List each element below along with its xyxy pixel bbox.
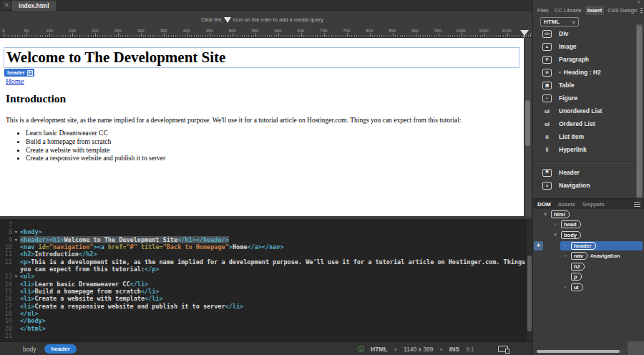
panel-tab-files[interactable]: Files [535,6,551,15]
dom-scrollbar-thumb[interactable] [537,350,620,353]
insert-item-navigation[interactable]: ≡Navigation [533,179,636,192]
insert-item-table[interactable]: ▦Table [533,79,636,92]
dom-tag-pill[interactable]: p [571,273,582,281]
dom-expand-icon[interactable]: › [552,222,558,227]
panel-tab-cc-librarie[interactable]: CC Librarie [552,6,584,15]
insert-item-figure[interactable]: ▪Figure [533,92,636,104]
dom-tag-pill[interactable]: html [551,210,570,218]
media-query-marker-icon[interactable] [520,30,529,36]
design-scrollbar[interactable] [524,38,531,216]
list-item[interactable]: Create a website with template [26,147,165,155]
dom-node-ul[interactable]: ›ul [533,282,644,293]
code-line[interactable]: 12<p>This is a development site, as the … [0,258,527,266]
code-line-content: you can expect from this tutorial:</p> [20,266,159,273]
dom-node-h2[interactable]: h2 [533,261,644,272]
insert-item-paragraph[interactable]: PParagraph [533,53,636,66]
code-line[interactable]: 8▼<body> [0,228,527,235]
home-link[interactable]: Home [6,77,24,85]
panel-menu-icon[interactable] [640,8,643,13]
code-line[interactable]: 10<nav id="navigation"><a href="#" title… [0,243,527,251]
dom-add-element-button[interactable]: + [534,241,543,251]
viewport-size-caret-icon[interactable]: ∨ [439,346,442,351]
insert-category-caret-icon: ∨ [572,19,575,24]
code-line[interactable]: 16<li>Create a website with template</li… [0,295,527,302]
dom-tag-pill[interactable]: header [571,242,596,250]
design-scrollbar-thumb[interactable] [525,100,530,146]
insert-item-header[interactable]: ▀Header [533,166,636,179]
dom-tab-snippets[interactable]: Snippets [582,201,605,208]
code-scrollbar[interactable] [527,219,532,341]
tag-badge-add-icon[interactable]: + [27,70,33,76]
code-line[interactable]: 9▼<header><h1>Welcome to The Development… [0,236,527,243]
dom-expand-icon[interactable]: › [562,253,568,258]
code-line[interactable]: 15<li>Build a homepage from scratch</li> [0,288,527,295]
code-line[interactable]: 21 [0,332,527,339]
dom-panel-menu-icon[interactable] [634,202,640,207]
list-item[interactable]: Build a homepage from scratch [26,138,165,147]
code-line[interactable]: 11<h2>Introduction</h2> [0,251,527,258]
dom-node-html[interactable]: ∨html [533,209,644,220]
code-scrollbar-thumb[interactable] [527,256,532,331]
document-tab[interactable]: index.html [12,1,56,11]
insert-item-div[interactable]: </>Div [533,27,636,40]
code-line[interactable]: 13▼<ul> [0,273,527,280]
dom-node-head[interactable]: ›head [533,220,644,230]
list-item[interactable]: Learn basic Dreamweaver CC [26,130,165,138]
code-fold-icon[interactable]: ▼ [12,273,20,280]
heading-dropdown-caret-icon[interactable]: ▾ [559,70,561,74]
dom-tab-dom[interactable]: DOM [537,201,551,208]
design-list[interactable]: Learn basic Dreamweaver CCBuild a homepa… [14,130,165,163]
insert-item-heading[interactable]: H▾Heading : H2 [533,66,636,79]
dom-tag-pill[interactable]: h2 [571,263,585,271]
dom-tag-pill[interactable]: body [561,231,581,239]
dom-expand-icon[interactable]: ∨ [552,232,558,238]
doc-type-label[interactable]: HTML [371,346,388,353]
dom-node-body[interactable]: ∨body [533,230,644,240]
doc-type-caret-icon[interactable]: ∨ [394,346,397,351]
viewport-size[interactable]: 1140 x 389 [404,346,433,353]
code-line[interactable]: 19</body> [0,317,527,324]
code-line[interactable]: 14<li>Learn basic Dreamweaver CC</li> [0,281,527,288]
dom-node-p[interactable]: p [533,272,644,283]
code-fold-icon[interactable]: ▼ [12,228,20,235]
code-line[interactable]: 7 [0,221,527,228]
insert-scrollbar[interactable] [636,24,643,198]
device-preview-icon[interactable] [498,346,508,352]
insert-item-list-item[interactable]: liList Item [533,130,636,143]
panel-tab-insert[interactable]: Insert [585,6,604,15]
insert-item-unordered-list[interactable]: ulUnordered List [533,104,636,117]
code-line[interactable]: 20</html> [0,325,527,332]
insert-item-hyperlink[interactable]: ∞Hyperlink [533,143,636,156]
element-tag-badge[interactable]: header + [4,69,34,77]
dom-node-header[interactable]: ›header [533,240,644,251]
dom-tag-pill[interactable]: nav [571,252,587,260]
dom-expand-icon[interactable]: ∨ [542,211,548,217]
insert-item-ordered-list[interactable]: olOrdered List [533,117,636,130]
collapse-panel-icon[interactable]: » [638,0,640,4]
page-paragraph[interactable]: This is a development site, as the name … [6,117,522,124]
insert-item-image[interactable]: ▲Image [533,40,636,53]
tag-selector-header[interactable]: header [44,344,76,354]
code-line[interactable]: you can expect from this tutorial:</p> [0,266,527,273]
page-h1[interactable]: Welcome to The Development Site [6,49,225,67]
list-item[interactable]: Create a responsive website and publish … [26,155,165,163]
insert-scrollbar-thumb[interactable] [637,26,642,197]
dom-tag-pill[interactable]: head [561,220,581,228]
dom-horizontal-scrollbar[interactable] [536,349,626,354]
code-line[interactable]: 18</ul> [0,310,527,317]
design-view[interactable]: Welcome to The Development Site header +… [0,38,524,216]
dom-node-nav[interactable]: ›nav#navigation [533,251,644,261]
horizontal-ruler[interactable]: 0501001502002503003504004505005506006507… [0,29,532,38]
page-h2[interactable]: Introduction [6,92,66,105]
dom-expand-icon[interactable]: › [562,243,568,248]
tag-selector-body[interactable]: body [23,346,36,353]
dom-tag-pill[interactable]: ul [571,283,583,291]
dom-tab-assets[interactable]: Assets [558,201,575,208]
close-document-icon[interactable]: × [3,1,11,9]
dom-expand-icon[interactable]: › [562,285,568,290]
code-line[interactable]: 17<li>Create a responsive website and pu… [0,303,527,310]
code-fold-icon[interactable]: ▼ [12,236,20,243]
insert-category-dropdown[interactable]: HTML ∨ [540,17,579,26]
panel-tab-css-design[interactable]: CSS Design [605,6,639,15]
code-view[interactable]: 78▼<body>9▼<header><h1>Welcome to The De… [0,219,527,341]
